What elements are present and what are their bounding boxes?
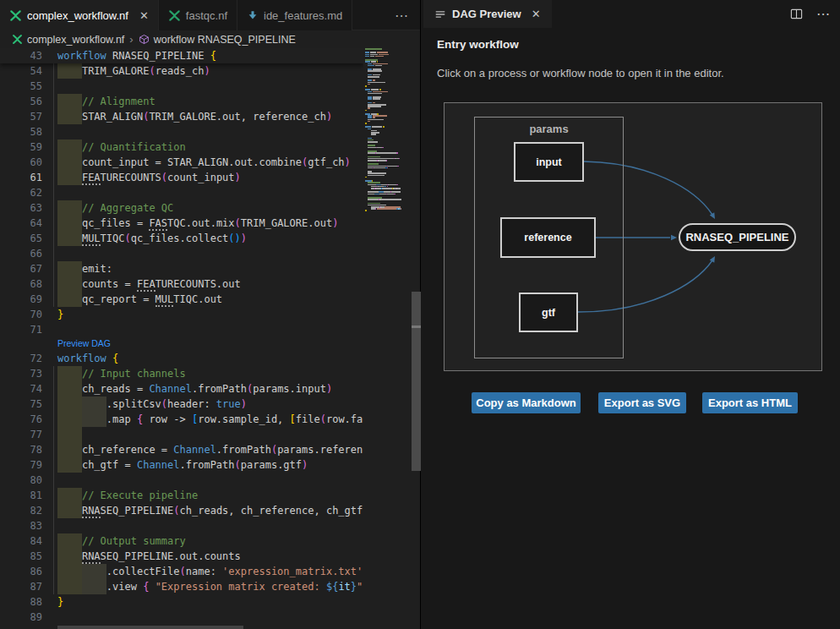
code-line-82[interactable]: 82 RNASEQ_PIPELINE(ch_reads, ch_referenc… [0,503,363,518]
code-editor[interactable]: 43workflow RNASEQ_PIPELINE { 54 TRIM_GAL… [0,48,363,629]
minimap[interactable] [363,48,412,629]
code-line-66[interactable]: 66 [0,246,363,261]
code-token: params.referen [277,444,363,456]
tab-label: ide_features.md [264,9,342,22]
horizontal-scrollbar[interactable] [57,626,243,629]
tab-dag-preview[interactable]: DAG Preview ✕ [423,0,552,28]
cluster-label: params [475,123,623,135]
minimap-line [378,160,385,161]
code-token: .splitCsv [106,398,161,410]
code-line-87[interactable]: 87 .view { "Expression matrix created: $… [0,579,363,594]
code-line-72[interactable]: 72workflow { [0,351,363,366]
tab-ide-features[interactable]: ide_features.md [237,0,352,30]
line-text: FEATURECOUNTS(count_input) [57,170,241,185]
codelens-preview-dag[interactable]: Preview DAG [0,337,363,351]
code-line-58[interactable]: 58 [0,124,363,139]
sticky-scroll-line[interactable]: 43workflow RNASEQ_PIPELINE { [0,48,363,63]
minimap-line [368,107,370,109]
dag-node-reference[interactable]: reference [500,217,596,258]
line-text: qc_files = FASTQC.out.mix(TRIM_GALORE.ou… [57,216,338,231]
split-editor-icon[interactable] [790,8,803,20]
code-token [57,550,82,562]
code-line-81[interactable]: 81 // Execute pipeline [0,488,363,503]
line-number: 63 [0,200,42,216]
line-number: 55 [0,79,42,94]
code-token: TRIM_GALORE.out [241,217,332,229]
dag-node-rnaseq-pipeline[interactable]: RNASEQ_PIPELINE [679,223,796,251]
code-line-73[interactable]: 73 // Input channels [0,366,363,381]
dag-node-input[interactable]: input [514,142,584,182]
code-line-67[interactable]: 67 emit: [0,261,363,276]
code-line-70[interactable]: 70} [0,307,363,322]
code-line-61[interactable]: 61 FEATURECOUNTS(count_input) [0,170,363,185]
copy-as-markdown-button[interactable]: Copy as Markdown [472,392,581,413]
code-token: } [57,309,63,320]
symbol-cube-icon [139,34,150,45]
code-line-62[interactable]: 62 [0,185,363,200]
code-line-63[interactable]: 63 // Aggregate QC [0,200,363,216]
export-as-html-button[interactable]: Export as HTML [702,392,798,413]
code-token: " [357,581,363,593]
minimap-line [368,84,370,85]
code-token [57,459,82,471]
code-line-74[interactable]: 74 ch_reads = Channel.fromPath(params.in… [0,381,363,397]
line-text: .view { "Expression matrix created: ${it… [57,579,363,594]
code-token: { [112,353,118,364]
more-actions-icon[interactable]: ⋯ [395,0,408,30]
code-line-75[interactable]: 75 .splitCsv(header: true) [0,397,363,412]
code-line-89[interactable]: 89 [0,610,363,625]
code-token: it [338,581,350,593]
code-line-60[interactable]: 60 count_input = STAR_ALIGN.out.combine(… [0,155,363,170]
code-line-86[interactable]: 86 .collectFile(name: 'expression_matrix… [0,564,363,579]
more-actions-icon[interactable]: ⋯ [816,6,830,22]
code-token: FAS [149,217,167,231]
code-line-71[interactable]: 71 [0,322,363,337]
line-text: MULTIQC(qc_files.collect()) [57,231,247,246]
code-token: ) [345,156,351,168]
code-line-68[interactable]: 68 counts = FEATURECOUNTS.out [0,276,363,292]
code-line-76[interactable]: 76 .map { row -> [row.sample_id, [file(r… [0,412,363,427]
tab-fastqc[interactable]: fastqc.nf [159,0,237,30]
line-text: workflow { [57,351,118,366]
line-text: ch_reads = Channel.fromPath(params.input… [57,381,332,397]
code-token: TIQC [101,232,125,244]
minimap-line [365,123,367,124]
code-line-54[interactable]: 54 TRIM_GALORE(reads_ch) [0,63,363,79]
code-line-77[interactable]: 77 [0,427,363,442]
tab-complex-workflow[interactable]: complex_workflow.nf ✕ [0,0,159,30]
code-line-84[interactable]: 84 // Output summary [0,533,363,549]
code-line-78[interactable]: 78 ch_reference = Channel.fromPath(param… [0,442,363,457]
code-line-65[interactable]: 65 MULTIQC(qc_files.collect()) [0,231,363,246]
minimap-line [396,184,398,186]
close-icon[interactable]: ✕ [532,8,541,20]
code-line-79[interactable]: 79 ch_gtf = Channel.fromPath(params.gtf) [0,457,363,473]
minimap-line [368,194,374,195]
minimap-line [368,82,385,84]
line-number: 75 [0,397,42,412]
breadcrumb-symbol[interactable]: workflow RNASEQ_PIPELINE [154,34,296,46]
code-line-80[interactable]: 80 [0,473,363,488]
close-icon[interactable]: ✕ [139,10,149,21]
line-number: 80 [0,473,42,488]
breadcrumb-file[interactable]: complex_workflow.nf [27,34,124,46]
code-token [57,156,82,168]
code-line-56[interactable]: 56 // Alignment [0,94,363,109]
code-line-85[interactable]: 85 RNASEQ_PIPELINE.out.counts [0,549,363,564]
minimap-line [368,93,382,95]
code-token: TIQC.out [173,293,222,305]
code-line-83[interactable]: 83 [0,518,363,533]
minimap-line [379,199,401,200]
export-as-svg-button[interactable]: Export as SVG [598,392,686,413]
dag-node-gtf[interactable]: gtf [519,293,578,332]
code-line-64[interactable]: 64 qc_files = FASTQC.out.mix(TRIM_GALORE… [0,216,363,231]
code-line-59[interactable]: 59 // Quantification [0,139,363,155]
code-line-69[interactable]: 69 qc_report = MULTIQC.out [0,292,363,307]
vertical-scrollbar[interactable] [412,292,421,471]
code-line-55[interactable]: 55 [0,79,363,94]
line-number: 79 [0,457,42,473]
code-line-88[interactable]: 88} [0,594,363,610]
minimap-line [383,126,385,128]
code-token: ch_reads, ch_reference, ch_gtf [180,505,363,517]
code-token: // Alignment [82,96,155,107]
code-line-57[interactable]: 57 STAR_ALIGN(TRIM_GALORE.out, reference… [0,109,363,124]
